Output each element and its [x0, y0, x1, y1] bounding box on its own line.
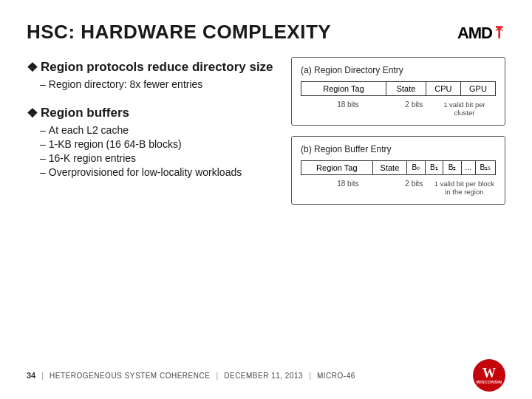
bullet-1: ❖ Region protocols reduce directory size — [27, 60, 276, 75]
bullet-2-sub-1-text: At each L2 cache — [49, 124, 129, 136]
bullet-2: ❖ Region buffers — [27, 106, 276, 121]
main-content: ❖ Region protocols reduce directory size… — [27, 57, 505, 205]
diagram-b-col-dots: ... — [462, 161, 476, 174]
wisconsin-logo: W WISCONSIN — [473, 359, 505, 392]
diagram-a-header-row: Region Tag State CPU GPU — [301, 82, 495, 95]
diagram-b-col-b1: B₁ — [426, 161, 444, 174]
diagram-b-header-row: Region Tag State B₀ B₁ B₂ ... B₁₅ — [301, 161, 495, 174]
bullet-1-sub-1-text: Region directory: 8x fewer entries — [49, 78, 203, 90]
diagram-b: (b) Region Buffer Entry Region Tag State… — [291, 136, 505, 205]
diagram-b-col-state: State — [373, 161, 407, 174]
diagram-a-bits-valid: 1 valid bit per cluster — [433, 100, 496, 117]
wisconsin-text: WISCONSIN — [477, 380, 502, 384]
amd-arrow-icon: ⤒ — [492, 24, 505, 43]
slide-title: HSC: HARDWARE COMPLEXITY — [27, 21, 331, 44]
diagram-a-bits-2: 2 bits — [395, 100, 433, 109]
diagram-b-bits-valid: 1 valid bit per block in the region — [433, 180, 496, 197]
diagram-a-bits-row: 18 bits 2 bits 1 valid bit per cluster — [301, 100, 496, 117]
diagram-a-col-state: State — [386, 82, 426, 95]
diagram-a-table: Region Tag State CPU GPU — [301, 81, 496, 96]
diagram-b-bits-2: 2 bits — [395, 180, 433, 188]
bullet-2-sub-2-text: 1-KB region (16 64-B blocks) — [49, 138, 182, 150]
diagram-b-col-region-tag: Region Tag — [301, 161, 373, 174]
diagram-b-table: Region Tag State B₀ B₁ B₂ ... B₁₅ — [301, 160, 496, 175]
diagram-a-col-cpu: CPU — [426, 82, 461, 95]
diagram-a-col-region-tag: Region Tag — [301, 82, 386, 95]
footer-sep-3: | — [309, 371, 311, 380]
footer-sep-2: | — [216, 371, 218, 380]
bullet-2-sub-4-text: Overprovisioned for low-locality workloa… — [49, 166, 242, 178]
diagram-a-col-gpu: GPU — [461, 82, 495, 95]
wisconsin-w: W — [482, 366, 496, 380]
bullet-2-arrow-icon: ❖ — [27, 106, 38, 121]
right-column: (a) Region Directory Entry Region Tag St… — [291, 57, 505, 205]
diagram-b-col-b0: B₀ — [407, 161, 426, 174]
diagram-b-title: (b) Region Buffer Entry — [301, 144, 496, 154]
diagram-a-bits-18: 18 bits — [301, 100, 395, 109]
diagram-a: (a) Region Directory Entry Region Tag St… — [291, 57, 505, 126]
footer-label-3: MICRO-46 — [317, 372, 355, 380]
footer-label-1: HETEROGENEOUS SYSTEM COHERENCE — [50, 372, 210, 380]
amd-logo: AMD⤒ — [457, 24, 505, 43]
amd-logo-text: AMD — [457, 24, 492, 43]
slide-footer: 34 | HETEROGENEOUS SYSTEM COHERENCE | DE… — [27, 359, 505, 392]
diagram-b-col-b2: B₂ — [443, 161, 462, 174]
bullet-1-label: Region protocols reduce directory size — [41, 60, 273, 75]
bullet-1-sub-1: Region directory: 8x fewer entries — [40, 78, 276, 90]
bullet-1-arrow-icon: ❖ — [27, 60, 38, 75]
bullet-2-sub-2: 1-KB region (16 64-B blocks) — [40, 138, 276, 150]
bullet-2-sub-1: At each L2 cache — [40, 124, 276, 136]
footer-label-2: DECEMBER 11, 2013 — [224, 372, 303, 380]
diagram-b-bits-row: 18 bits 2 bits 1 valid bit per block in … — [301, 180, 496, 197]
diagram-b-col-b15: B₁₅ — [476, 161, 495, 174]
diagram-b-bits-18: 18 bits — [301, 180, 395, 188]
bullet-2-sub-4: Overprovisioned for low-locality workloa… — [40, 166, 276, 178]
bullet-2-sub-3: 16-K region entries — [40, 152, 276, 164]
footer-sep-1: | — [41, 371, 44, 380]
diagram-a-title: (a) Region Directory Entry — [301, 65, 496, 75]
slide: HSC: HARDWARE COMPLEXITY AMD⤒ ❖ Region p… — [0, 0, 532, 399]
bullet-2-sub-3-text: 16-K region entries — [49, 152, 136, 164]
footer-page-num: 34 — [27, 371, 35, 380]
bullet-2-label: Region buffers — [41, 106, 129, 120]
left-column: ❖ Region protocols reduce directory size… — [27, 57, 276, 205]
slide-header: HSC: HARDWARE COMPLEXITY AMD⤒ — [27, 21, 505, 44]
